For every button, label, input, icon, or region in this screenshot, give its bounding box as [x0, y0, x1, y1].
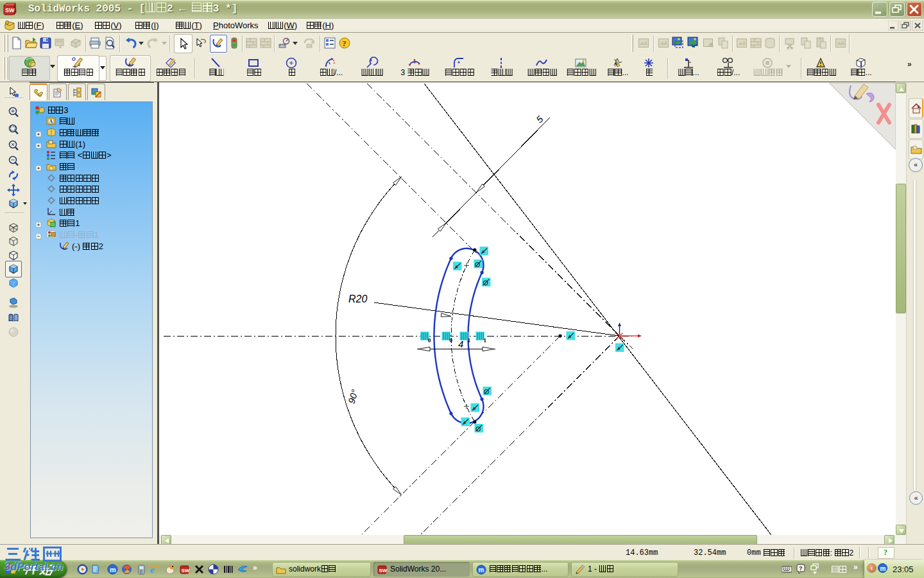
svg-text:m: m: [479, 566, 484, 574]
svg-text:1: 1: [484, 337, 487, 344]
svg-text:5: 5: [535, 114, 546, 125]
svg-text:0: 0: [428, 337, 431, 344]
svg-text:m: m: [110, 566, 116, 574]
svg-text:SW: SW: [379, 568, 388, 574]
svg-text:4: 4: [458, 338, 463, 349]
svg-text:A: A: [49, 119, 53, 125]
svg-text:1: 1: [468, 337, 471, 344]
svg-text:R20: R20: [348, 293, 367, 304]
svg-text:?: ?: [342, 39, 346, 48]
svg-text:?: ?: [799, 565, 803, 572]
svg-text:m: m: [880, 565, 886, 572]
svg-text:0: 0: [450, 337, 453, 344]
svg-text:SW: SW: [5, 7, 15, 13]
svg-text:SW: SW: [182, 568, 190, 574]
svg-text:90°: 90°: [346, 389, 360, 405]
